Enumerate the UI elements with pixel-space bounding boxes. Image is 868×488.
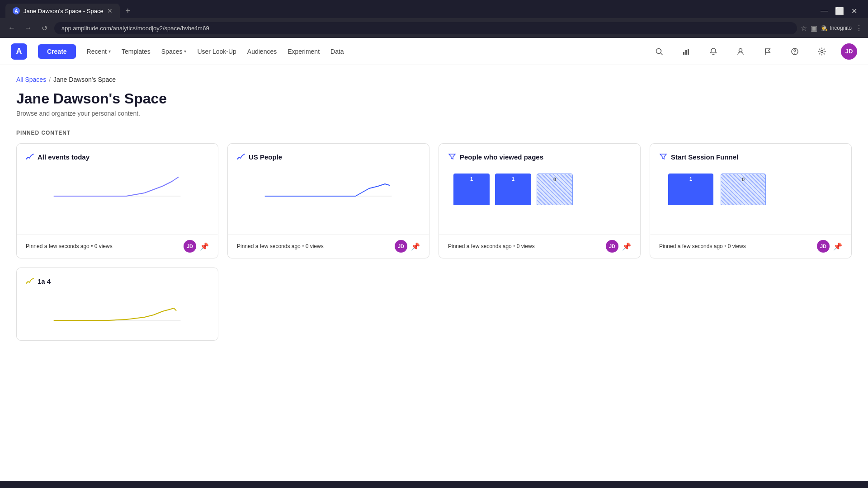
pinned-time-3: a few seconds ago xyxy=(678,243,723,249)
tab-close-button[interactable]: ✕ xyxy=(107,7,113,14)
nav-audiences-label: Audiences xyxy=(247,48,277,55)
bar-sf-2-label: 0 xyxy=(742,177,745,182)
pin-icon-2[interactable]: 📌 xyxy=(622,242,631,251)
bar-sf-1: 1 xyxy=(668,174,713,205)
back-button[interactable]: ← xyxy=(5,22,18,34)
card-us-people[interactable]: US People Pinned a few seconds ago • 0 v… xyxy=(227,143,429,258)
bookmark-star-icon[interactable]: ☆ xyxy=(801,24,807,33)
window-controls: — ⬜ ✕ xyxy=(821,7,863,15)
sidebar-icon[interactable]: ▣ xyxy=(811,24,817,33)
browser-tabs-bar: A Jane Dawson's Space - Space ✕ + — ⬜ ✕ xyxy=(0,0,868,18)
nav-item-spaces[interactable]: Spaces ▾ xyxy=(161,48,187,55)
maximize-button[interactable]: ⬜ xyxy=(835,7,844,15)
1a4-chart xyxy=(26,292,209,328)
spaces-dropdown-arrow: ▾ xyxy=(184,49,186,54)
search-icon xyxy=(655,47,663,56)
card-1a4-title: 1a 4 xyxy=(38,277,51,285)
search-icon-button[interactable] xyxy=(651,43,667,60)
amplitude-logo[interactable]: A xyxy=(11,43,27,60)
incognito-icon: 🕵 xyxy=(821,25,828,31)
nav-item-data[interactable]: Data xyxy=(330,48,344,55)
pinned-cards-grid: All events today Pinned a few seconds ag… xyxy=(16,143,852,258)
nav-item-recent[interactable]: Recent ▾ xyxy=(87,48,111,55)
line-chart-icon-3 xyxy=(26,277,34,285)
bar-1: 1 xyxy=(453,174,490,205)
card-all-events-today-title: All events today xyxy=(38,153,90,161)
more-options-icon[interactable]: ⋮ xyxy=(855,24,863,33)
us-people-chart xyxy=(237,168,420,204)
all-spaces-link[interactable]: All Spaces xyxy=(16,76,46,83)
forward-button[interactable]: → xyxy=(22,22,34,34)
card-all-events-today-avatar: JD xyxy=(184,240,196,253)
pinned-time-1: a few seconds ago xyxy=(255,243,301,249)
pin-icon-0[interactable]: 📌 xyxy=(200,242,209,251)
card-start-session-funnel[interactable]: Start Session Funnel 1 0 xyxy=(650,143,852,258)
svg-rect-3 xyxy=(685,50,687,55)
card-all-events-today[interactable]: All events today Pinned a few seconds ag… xyxy=(16,143,218,258)
nav-item-templates[interactable]: Templates xyxy=(122,48,151,55)
refresh-button[interactable]: ↺ xyxy=(38,22,51,34)
card-people-viewed-pages-footer-right: JD 📌 xyxy=(606,240,631,253)
pin-icon-3[interactable]: 📌 xyxy=(833,242,842,251)
views-3: 0 views xyxy=(728,243,746,249)
create-button[interactable]: Create xyxy=(38,44,76,59)
page-content: All Spaces / Jane Dawson's Space Jane Da… xyxy=(0,65,868,352)
bell-icon-button[interactable] xyxy=(705,43,722,60)
help-icon xyxy=(791,47,799,56)
card-us-people-header: US People xyxy=(237,153,420,161)
flag-icon xyxy=(764,47,772,56)
nav-item-experiment[interactable]: Experiment xyxy=(288,48,320,55)
address-text: app.amplitude.com/analytics/moodjoy2/spa… xyxy=(61,25,790,32)
nav-item-audiences[interactable]: Audiences xyxy=(247,48,277,55)
pinned-label-1: Pinned xyxy=(237,243,254,249)
top-nav: A Create Recent ▾ Templates Spaces ▾ Use… xyxy=(0,38,868,65)
chart-icon-button[interactable] xyxy=(678,43,694,60)
flag-icon-button[interactable] xyxy=(760,43,776,60)
card-1a4[interactable]: 1a 4 xyxy=(16,267,218,341)
pin-icon-1[interactable]: 📌 xyxy=(411,242,420,251)
svg-point-8 xyxy=(794,53,795,54)
pinned-label-2: Pinned xyxy=(448,243,465,249)
views-1: 0 views xyxy=(306,243,324,249)
address-bar[interactable]: app.amplitude.com/analytics/moodjoy2/spa… xyxy=(54,22,797,34)
browser-chrome: A Jane Dawson's Space - Space ✕ + — ⬜ ✕ … xyxy=(0,0,868,488)
bar-3: 0 xyxy=(537,174,573,205)
new-tab-button[interactable]: + xyxy=(122,5,134,17)
all-events-chart xyxy=(26,168,209,204)
svg-rect-2 xyxy=(683,52,684,55)
card-start-session-funnel-body: Start Session Funnel 1 0 xyxy=(650,144,851,234)
tab-favicon: A xyxy=(13,7,20,14)
person-icon-button[interactable] xyxy=(732,43,749,60)
card-us-people-footer: Pinned a few seconds ago • 0 views JD 📌 xyxy=(228,234,429,258)
active-tab[interactable]: A Jane Dawson's Space - Space ✕ xyxy=(5,4,120,18)
user-avatar[interactable]: JD xyxy=(841,43,857,60)
funnel-icon-2 xyxy=(659,153,667,161)
card-people-viewed-pages-header: People who viewed pages xyxy=(448,153,631,161)
bar-2: 1 xyxy=(495,174,531,205)
page-title: Jane Dawson's Space xyxy=(16,90,852,107)
help-icon-button[interactable] xyxy=(787,43,803,60)
nav-item-userlookup[interactable]: User Look-Up xyxy=(197,48,236,55)
bar-3-label: 0 xyxy=(553,177,556,182)
card-all-events-today-meta: Pinned a few seconds ago • 0 views xyxy=(26,243,113,249)
close-window-button[interactable]: ✕ xyxy=(851,7,857,15)
card-people-viewed-pages-footer: Pinned a few seconds ago • 0 views JD 📌 xyxy=(439,234,640,258)
recent-dropdown-arrow: ▾ xyxy=(108,49,111,54)
card-start-session-funnel-footer-right: JD 📌 xyxy=(817,240,842,253)
card-start-session-funnel-footer: Pinned a few seconds ago • 0 views JD 📌 xyxy=(650,234,851,258)
views-0: 0 views xyxy=(94,243,113,249)
card-us-people-avatar: JD xyxy=(395,240,407,253)
incognito-badge: 🕵 Incognito xyxy=(821,25,852,31)
minimize-button[interactable]: — xyxy=(821,7,828,15)
card-1a4-body: 1a 4 xyxy=(17,268,218,340)
card-people-viewed-pages[interactable]: People who viewed pages 1 1 0 xyxy=(439,143,641,258)
nav-templates-label: Templates xyxy=(122,48,151,55)
card-1a4-header: 1a 4 xyxy=(26,277,209,285)
card-start-session-funnel-meta: Pinned a few seconds ago • 0 views xyxy=(659,243,746,249)
card-us-people-meta: Pinned a few seconds ago • 0 views xyxy=(237,243,324,249)
settings-icon-button[interactable] xyxy=(814,43,830,60)
card-us-people-body: US People xyxy=(228,144,429,234)
bell-icon xyxy=(709,47,717,56)
card-start-session-funnel-avatar: JD xyxy=(817,240,830,253)
card-us-people-title: US People xyxy=(249,153,282,161)
